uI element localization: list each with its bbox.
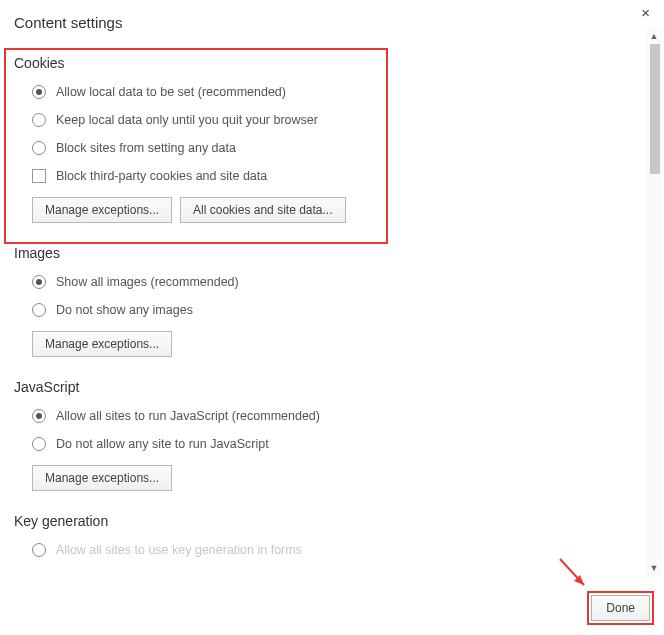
option-label: Allow local data to be set (recommended)	[56, 85, 286, 99]
scrollbar-thumb[interactable]	[650, 44, 660, 174]
radio-option-cookie-allow[interactable]: Allow local data to be set (recommended)	[32, 85, 622, 99]
radio-option-images-show[interactable]: Show all images (recommended)	[32, 275, 622, 289]
section-heading: JavaScript	[14, 379, 622, 395]
radio-icon	[32, 437, 46, 451]
radio-option-cookie-block[interactable]: Block sites from setting any data	[32, 141, 622, 155]
radio-option-images-block[interactable]: Do not show any images	[32, 303, 622, 317]
scroll-area: Content settings Cookies Allow local dat…	[0, 0, 640, 580]
option-label: Keep local data only until you quit your…	[56, 113, 318, 127]
radio-icon	[32, 141, 46, 155]
section-heading: Cookies	[14, 55, 622, 71]
radio-icon	[32, 543, 46, 557]
option-label: Allow all sites to run JavaScript (recom…	[56, 409, 320, 423]
option-label: Show all images (recommended)	[56, 275, 239, 289]
all-cookies-button[interactable]: All cookies and site data...	[180, 197, 345, 223]
section-keygen: Key generation Allow all sites to use ke…	[14, 513, 622, 557]
checkbox-icon	[32, 169, 46, 183]
radio-icon	[32, 303, 46, 317]
scroll-up-icon[interactable]: ▲	[648, 30, 660, 42]
section-cookies: Cookies Allow local data to be set (reco…	[14, 55, 622, 223]
option-label: Do not allow any site to run JavaScript	[56, 437, 269, 451]
radio-option-cookie-session[interactable]: Keep local data only until you quit your…	[32, 113, 622, 127]
section-heading: Key generation	[14, 513, 622, 529]
content-settings-dialog: × Content settings Cookies Allow local d…	[0, 0, 664, 635]
section-images: Images Show all images (recommended) Do …	[14, 245, 622, 357]
done-button[interactable]: Done	[591, 595, 650, 621]
radio-icon	[32, 85, 46, 99]
checkbox-block-third-party[interactable]: Block third-party cookies and site data	[32, 169, 622, 183]
manage-exceptions-button[interactable]: Manage exceptions...	[32, 465, 172, 491]
option-label: Allow all sites to use key generation in…	[56, 543, 302, 557]
option-label: Block sites from setting any data	[56, 141, 236, 155]
radio-option-js-block[interactable]: Do not allow any site to run JavaScript	[32, 437, 622, 451]
annotation-highlight-done: Done	[587, 591, 654, 625]
radio-option-keygen-allow[interactable]: Allow all sites to use key generation in…	[32, 543, 622, 557]
option-label: Block third-party cookies and site data	[56, 169, 267, 183]
radio-icon	[32, 113, 46, 127]
radio-icon	[32, 409, 46, 423]
close-icon[interactable]: ×	[641, 4, 650, 21]
radio-icon	[32, 275, 46, 289]
manage-exceptions-button[interactable]: Manage exceptions...	[32, 331, 172, 357]
scroll-down-icon[interactable]: ▼	[648, 562, 660, 574]
dialog-title: Content settings	[14, 14, 622, 31]
section-javascript: JavaScript Allow all sites to run JavaSc…	[14, 379, 622, 491]
option-label: Do not show any images	[56, 303, 193, 317]
section-heading: Images	[14, 245, 622, 261]
manage-exceptions-button[interactable]: Manage exceptions...	[32, 197, 172, 223]
radio-option-js-allow[interactable]: Allow all sites to run JavaScript (recom…	[32, 409, 622, 423]
